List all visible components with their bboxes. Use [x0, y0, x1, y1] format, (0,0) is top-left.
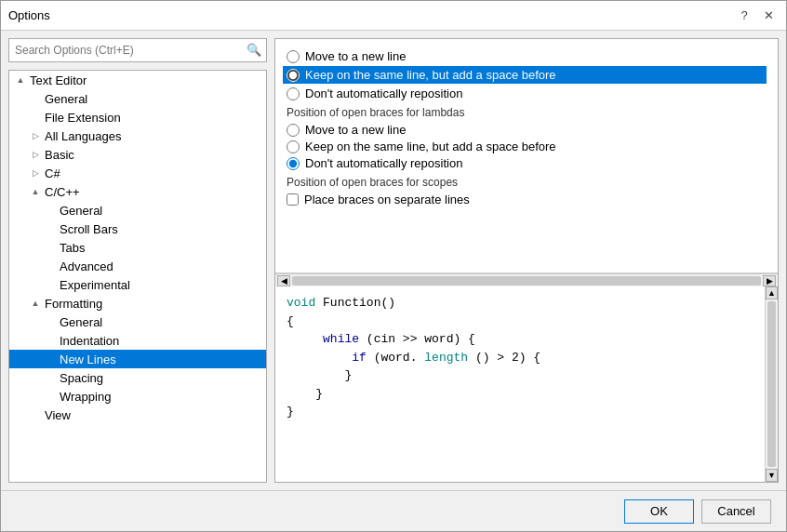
h-scroll-right-btn[interactable]: ▶ [763, 275, 776, 286]
tree-item-view[interactable]: View [9, 406, 266, 424]
tree-item-label: Scroll Bars [60, 222, 118, 236]
search-box: 🔍 [8, 38, 267, 62]
title-bar-buttons: ? ✕ [734, 6, 779, 26]
h-scrollbar: ◀ ▶ [275, 273, 778, 286]
tree-item-experimental[interactable]: Experimental [9, 275, 266, 294]
tree-item-label: C# [45, 166, 60, 180]
tree-expander [43, 277, 58, 292]
tree-item-general3[interactable]: General [9, 313, 266, 331]
tree-item-label: Spacing [60, 371, 103, 385]
search-input[interactable] [8, 38, 267, 62]
tree-item-label: C/C++ [45, 185, 80, 199]
tree-expander: ▷ [28, 166, 43, 180]
ok-button[interactable]: OK [624, 499, 694, 524]
radio-input[interactable] [287, 87, 300, 100]
tree-expander: ▲ [28, 296, 43, 311]
tree-item-label: View [45, 408, 71, 422]
code-line: } [287, 403, 754, 421]
close-button[interactable]: ✕ [758, 6, 779, 26]
tree-expander: ▷ [28, 147, 43, 162]
tree-item-file-extension[interactable]: File Extension [9, 108, 266, 126]
checkbox-row: Place braces on separate lines [287, 193, 767, 206]
v-scroll-up-btn[interactable]: ▲ [766, 286, 778, 299]
help-button[interactable]: ? [734, 6, 754, 26]
title-bar: Options ? ✕ [1, 1, 786, 31]
radio-option: Move to a new line [287, 49, 767, 63]
tree-item-scroll-bars[interactable]: Scroll Bars [9, 219, 266, 238]
tree-expander [43, 259, 58, 273]
radio-input[interactable] [287, 140, 300, 153]
dialog-body: 🔍 ▲Text EditorGeneralFile Extension▷All … [1, 31, 786, 490]
radio-input[interactable] [287, 50, 300, 63]
tree-item-csharp[interactable]: ▷C# [9, 164, 266, 182]
radio-option: Keep on the same line, but add a space b… [287, 140, 767, 153]
options-dialog: Options ? ✕ 🔍 ▲Text EditorGeneralFile Ex… [0, 0, 787, 532]
tree-item-label: General [60, 315, 102, 329]
tree-item-label: Basic [45, 148, 74, 162]
radio-input[interactable] [287, 157, 300, 170]
code-line: } [287, 385, 754, 404]
tree-expander [43, 240, 58, 255]
code-line: { [287, 313, 754, 331]
tree-item-label: Wrapping [60, 390, 111, 404]
tree-item-general2[interactable]: General [9, 201, 266, 219]
tree-expander [43, 333, 58, 348]
h-scroll-left-btn[interactable]: ◀ [277, 275, 290, 286]
search-icon: 🔍 [247, 43, 261, 57]
tree-expander [43, 352, 58, 366]
tree-item-label: Tabs [60, 241, 85, 255]
radio-input[interactable] [287, 69, 300, 82]
tree-expander [43, 370, 58, 385]
h-scroll-track[interactable] [292, 276, 761, 286]
tree-expander: ▲ [28, 184, 43, 199]
tree-expander [43, 314, 58, 329]
tree-item-general1[interactable]: General [9, 89, 266, 108]
radio-option: Don't automatically reposition [287, 86, 767, 100]
tree-item-label: Indentation [60, 334, 119, 348]
v-scroll-down-btn[interactable]: ▼ [766, 469, 778, 482]
tree-expander [43, 389, 58, 404]
tree-item-cpp[interactable]: ▲C/C++ [9, 182, 266, 201]
radio-option: Move to a new line [287, 123, 767, 137]
tree-item-label: Formatting [45, 297, 102, 311]
tree-item-label: Text Editor [30, 73, 87, 87]
tree-item-wrapping[interactable]: Wrapping [9, 387, 266, 406]
dialog-footer: OK Cancel [1, 490, 786, 531]
radio-label: Keep on the same line, but add a space b… [305, 68, 556, 82]
code-line: void Function() [287, 294, 754, 313]
tree-item-formatting[interactable]: ▲Formatting [9, 294, 266, 313]
radio-label: Move to a new line [305, 49, 406, 63]
right-panel: Move to a new line Keep on the same line… [274, 38, 779, 483]
checkbox-input[interactable] [287, 193, 299, 206]
section-label: Position of open braces for lambdas [287, 106, 767, 119]
tree-expander: ▲ [13, 73, 28, 87]
cancel-button[interactable]: Cancel [701, 499, 771, 524]
v-scroll-track[interactable] [767, 301, 776, 467]
tree-item-label: Advanced [60, 259, 113, 273]
tree-item-indentation[interactable]: Indentation [9, 331, 266, 350]
tree-item-label: General [45, 92, 87, 106]
tree-item-all-languages[interactable]: ▷All Languages [9, 126, 266, 145]
tree-item-label: Experimental [60, 278, 130, 292]
code-preview: void Function() { while (cin >> word) { [275, 286, 778, 482]
tree-expander [43, 203, 58, 218]
code-line: while (cin >> word) { [287, 330, 754, 349]
tree-expander [28, 407, 43, 422]
tree-item-label: All Languages [45, 129, 121, 143]
v-scrollbar-code: ▲ ▼ [765, 286, 778, 482]
tree-item-new-lines[interactable]: New Lines [9, 350, 266, 368]
tree-item-text-editor[interactable]: ▲Text Editor [9, 71, 266, 89]
tree-container: ▲Text EditorGeneralFile Extension▷All La… [8, 70, 267, 483]
tree-item-label: File Extension [45, 111, 121, 125]
tree-item-label: New Lines [60, 352, 116, 366]
section-label-2: Position of open braces for scopes [287, 176, 767, 189]
radio-label: Don't automatically reposition [305, 86, 462, 100]
code-line: if (word. length () > 2) { [287, 349, 754, 367]
tree-item-label: General [60, 204, 102, 218]
radio-input[interactable] [287, 124, 300, 137]
tree-item-advanced[interactable]: Advanced [9, 257, 266, 275]
tree-item-basic[interactable]: ▷Basic [9, 145, 266, 164]
tree-item-tabs[interactable]: Tabs [9, 238, 266, 257]
tree-expander: ▷ [28, 128, 43, 143]
tree-item-spacing[interactable]: Spacing [9, 368, 266, 387]
